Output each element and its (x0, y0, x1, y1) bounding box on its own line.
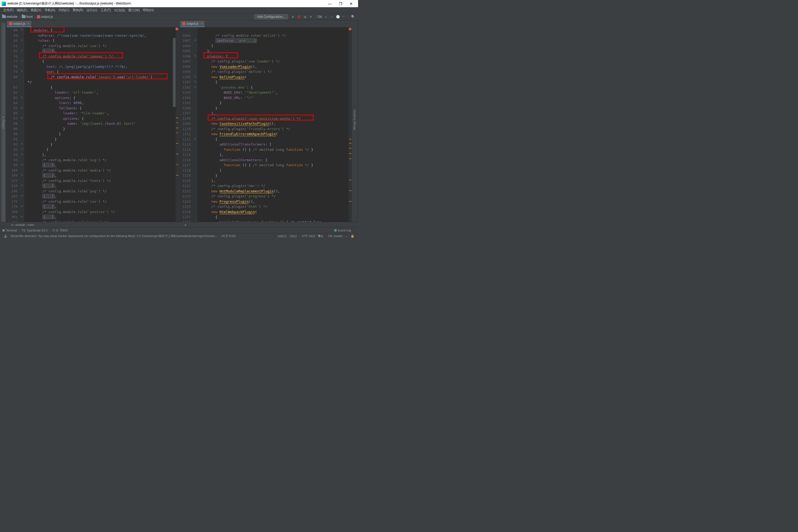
window-title: website [C:\Users\evgo\项目\个人网站\website] … (7, 1, 324, 6)
folder-icon (2, 15, 6, 18)
status-tip: Dockerfile detection: You may setup Dock… (11, 234, 218, 238)
vcs-history-icon[interactable]: 🕘 (336, 15, 340, 19)
editor-split: output.js × 48495051527677787980 8182838… (6, 20, 352, 222)
file-tab-outputjs-right[interactable]: output.js × (180, 21, 205, 27)
vcs-revert-icon[interactable]: ↶ (341, 15, 346, 19)
breadcrumb-right[interactable]: a (182, 223, 355, 227)
navigation-bar: website › front › output.js Add Configur… (0, 13, 358, 20)
stop-icon[interactable]: ■ (308, 15, 313, 19)
js-file-icon (182, 22, 185, 25)
status-caret-pos[interactable]: 1095:5 (278, 234, 286, 238)
menu-help[interactable]: 帮助(H) (141, 8, 155, 13)
line-numbers-right: 1066106710941095109610971098109911001101… (179, 27, 193, 222)
webstorm-logo-icon (2, 2, 6, 6)
menu-view[interactable]: 视图(V) (29, 8, 43, 13)
vcs-commit-icon[interactable]: ✓ (329, 15, 334, 19)
marker-stripe-right (349, 27, 352, 222)
menu-edit[interactable]: 编辑(E) (15, 8, 29, 13)
js-file-icon (37, 15, 40, 18)
editor-breadcrumbs: a › module › rules a (0, 222, 358, 227)
bottom-tool-tabs: ▣ Terminal TS TypeScript 3.0.1 ☑ 6: TODO… (0, 227, 358, 233)
tab-row-right: output.js × (179, 20, 352, 27)
tool-terminal[interactable]: ▣ Terminal (2, 228, 17, 232)
file-tab-label: output.js (187, 22, 198, 25)
code-area-left[interactable]: 48495051527677787980 8182838485868788899… (6, 27, 179, 222)
maximize-button[interactable]: ❐ (335, 2, 346, 6)
editor-pane-left: output.js × 48495051527677787980 8182838… (6, 20, 179, 222)
fold-gutter-left[interactable]: ⊟ ⊟ ⊟ ⊟ ⊟ ⊟ ⊟ ⊟ ⊟⊟⊟ ⊟ ⊟ ⊟ ⊟ ⊟ ⊟ (20, 27, 24, 222)
run-icon[interactable]: ▶ (291, 15, 296, 19)
marker-stripe-left (175, 27, 179, 222)
chevron-right-icon: › (35, 15, 36, 19)
chevron-right-icon: › (20, 15, 21, 19)
tab-row-left: output.js × (6, 20, 179, 27)
tool-project[interactable]: 1: Project (1, 23, 5, 222)
titlebar: website [C:\Users\evgo\项目\个人网站\website] … (0, 0, 358, 7)
breadcrumb-left[interactable]: a › module › rules (8, 223, 182, 227)
close-tab-icon[interactable]: × (27, 22, 29, 25)
code-area-right[interactable]: 1066106710941095109610971098109911001101… (179, 27, 352, 222)
close-button[interactable]: ✕ (346, 2, 357, 6)
add-configuration-button[interactable]: Add Configuration... (254, 14, 288, 19)
status-git-branch[interactable]: Git: master ⌄ (327, 234, 347, 238)
code-content-left[interactable]: module: { noParse: /^(vue|vue-router|vue… (24, 27, 175, 222)
js-file-icon (9, 22, 12, 25)
crumb-outputjs[interactable]: output.js (37, 15, 53, 19)
tool-typescript[interactable]: TS TypeScript 3.0.1 (22, 229, 48, 232)
right-tool-gutter: Mongo Explorer (352, 20, 358, 222)
editor-pane-right: output.js × 1066106710941095109610971098… (179, 20, 352, 222)
tool-todo[interactable]: ☑ 6: TODO (52, 228, 68, 232)
error-indicator-icon[interactable] (175, 28, 178, 30)
error-indicator-icon[interactable] (349, 28, 352, 30)
code-content-right[interactable]: /* config.module.rule('eslint') */ {enfo… (197, 27, 349, 222)
menu-window[interactable]: 窗口(W) (127, 8, 141, 13)
left-tool-gutter: 1: Project 2: Favorites 7: Structure (0, 20, 6, 222)
folder-icon (22, 15, 25, 18)
menu-navigate[interactable]: 导航(N) (43, 8, 57, 13)
menubar: 文件(F) 编辑(E) 视图(V) 导航(N) 代码(C) 重构(R) 运行(U… (0, 7, 358, 13)
vcs-update-icon[interactable]: ↙ (324, 15, 328, 19)
menu-refactor[interactable]: 重构(R) (71, 8, 85, 13)
crumb-website[interactable]: website (2, 15, 18, 19)
file-tab-outputjs-left[interactable]: output.js × (7, 21, 32, 27)
debug-icon[interactable]: 🐞 (297, 15, 301, 19)
status-line-ending[interactable]: CRLF (290, 234, 298, 238)
close-tab-icon[interactable]: × (201, 22, 203, 25)
status-time: (今天 8:03) (221, 234, 236, 238)
search-icon[interactable]: 🔍 (350, 15, 355, 19)
docker-icon[interactable]: ⚓ (4, 234, 7, 238)
crumb-front[interactable]: front (22, 15, 33, 19)
status-encoding[interactable]: UTF-16LE �ظ (300, 234, 323, 238)
tool-mongo-explorer[interactable]: Mongo Explorer (352, 20, 357, 219)
menu-vcs[interactable]: VCS(S) (113, 8, 127, 12)
scrollbar-thumb[interactable] (173, 38, 175, 107)
minimize-button[interactable]: — (324, 2, 335, 6)
tool-event-log[interactable]: Event Log (334, 229, 351, 232)
git-label: Git: (318, 15, 323, 19)
coverage-icon[interactable]: ▣ (302, 15, 307, 19)
lock-icon[interactable]: 🔒 (350, 234, 354, 238)
tool-favorites[interactable]: 2: Favorites (0, 23, 1, 222)
menu-code[interactable]: 代码(C) (57, 8, 71, 13)
menu-tools[interactable]: 工具(T) (99, 8, 113, 13)
file-tab-label: output.js (13, 22, 25, 25)
statusbar: ⚓ Dockerfile detection: You may setup Do… (0, 233, 358, 239)
menu-run[interactable]: 运行(U) (85, 8, 99, 13)
fold-gutter-right[interactable]: ⊟ ⊟ ⊟⊟⊟ ⊟ (193, 27, 197, 222)
menu-file[interactable]: 文件(F) (2, 8, 15, 13)
line-numbers-left: 48495051527677787980 8182838485868788899… (6, 27, 20, 222)
main-area: 1: Project 2: Favorites 7: Structure out… (0, 20, 358, 222)
